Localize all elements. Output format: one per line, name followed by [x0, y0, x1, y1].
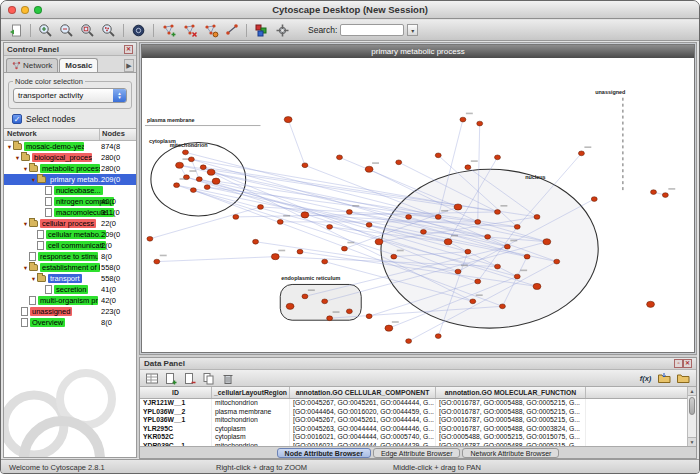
column-header-region[interactable]: _cellularLayoutRegion [212, 387, 290, 398]
zoom-actual-size-icon[interactable] [129, 22, 148, 39]
tree-row[interactable]: ▼primary metab...209(0 [4, 174, 136, 185]
network-node[interactable] [188, 157, 194, 162]
network-node[interactable] [455, 269, 461, 274]
tab-node-attribute-browser[interactable]: Node Attribute Browser [277, 448, 371, 458]
tab-network[interactable]: Network [6, 58, 58, 72]
network-node[interactable] [406, 339, 412, 344]
network-node[interactable] [534, 215, 540, 220]
table-row[interactable]: YPL036W__2plasma membrane[GO:0044464, GO… [140, 408, 696, 417]
network-node[interactable] [495, 210, 501, 215]
network-node[interactable] [154, 259, 160, 264]
network-node[interactable] [366, 222, 372, 227]
tree-row[interactable]: response to stimul...8(0 [4, 251, 136, 262]
network-node[interactable] [301, 212, 309, 218]
tree-row[interactable]: ▼transport558(0 [4, 273, 136, 284]
network-node[interactable] [147, 236, 153, 241]
network-node[interactable] [277, 220, 283, 225]
node-color-dropdown[interactable]: transporter activity ▲▼ [13, 88, 127, 103]
network-node[interactable] [322, 299, 328, 304]
network-node[interactable] [662, 193, 668, 198]
tree-row[interactable]: nucleobase... [4, 185, 136, 196]
new-attribute-icon[interactable] [162, 371, 179, 385]
table-row[interactable]: YDR039C__1mitochondrion[GO:0016021, GO:0… [140, 442, 696, 446]
expand-arrow-icon[interactable]: ▼ [30, 177, 37, 183]
tab-mosaic[interactable]: Mosaic [59, 58, 98, 72]
network-node[interactable] [495, 264, 501, 269]
network-node[interactable] [460, 117, 466, 122]
column-header-id[interactable]: ID [140, 387, 212, 398]
zoom-out-icon[interactable] [57, 22, 76, 39]
network-window-titlebar[interactable]: primary metabolic process [142, 45, 694, 58]
tab-network-attribute-browser[interactable]: Network Attribute Browser [462, 448, 559, 458]
network-node[interactable] [200, 165, 206, 170]
expand-arrow-icon[interactable]: ▼ [6, 144, 13, 150]
network-node[interactable] [514, 274, 520, 279]
network-node[interactable] [346, 309, 352, 314]
table-row[interactable]: YPL036W__1mitochondrion[GO:0045267, GO:0… [140, 416, 696, 425]
tab-edge-attribute-browser[interactable]: Edge Attribute Browser [373, 448, 461, 458]
expand-arrow-icon[interactable]: ▼ [22, 166, 29, 172]
attribute-select-icon[interactable] [143, 371, 160, 385]
document-icon[interactable] [6, 22, 25, 39]
minimize-button[interactable] [21, 6, 29, 14]
table-row[interactable]: YKR052Ccytoplasm[GO:0016021, GO:0044444,… [140, 433, 696, 442]
column-header-molecular-function[interactable]: annotation.GO MOLECULAR_FUNCTION [436, 387, 586, 398]
titlebar[interactable]: Cytoscape Desktop (New Session) [1, 1, 699, 19]
network-edge[interactable] [288, 120, 305, 166]
network-node[interactable] [327, 224, 333, 229]
network-node[interactable] [341, 246, 347, 251]
network-node[interactable] [465, 165, 471, 170]
network-node[interactable] [406, 215, 412, 220]
network-node[interactable] [302, 163, 308, 168]
import-attributes-icon[interactable] [656, 371, 673, 385]
network-node[interactable] [435, 153, 441, 158]
add-edge-icon[interactable] [222, 22, 241, 39]
network-node[interactable] [253, 239, 259, 244]
network-node[interactable] [286, 303, 294, 309]
network-node[interactable] [337, 155, 343, 160]
scroll-up-icon[interactable]: ▲ [688, 387, 696, 396]
scrollbar-thumb[interactable] [689, 397, 695, 415]
network-node[interactable] [578, 151, 584, 156]
expand-arrow-icon[interactable]: ▼ [30, 276, 37, 282]
network-node[interactable] [504, 244, 510, 249]
tree-column-network[interactable]: Network [4, 129, 100, 140]
network-node[interactable] [420, 229, 426, 234]
network-node[interactable] [212, 178, 220, 184]
destroy-network-icon[interactable] [180, 22, 199, 39]
zoom-selected-icon[interactable] [99, 22, 118, 39]
network-node[interactable] [365, 166, 373, 172]
tree-row[interactable]: ▼establishment of lo...558(0 [4, 262, 136, 273]
network-node[interactable] [475, 279, 481, 284]
network-node[interactable] [204, 185, 210, 190]
network-node[interactable] [391, 254, 397, 259]
tree-row[interactable]: ▼metabolic process280(0 [4, 163, 136, 174]
network-node[interactable] [465, 249, 471, 254]
search-input[interactable] [340, 24, 404, 36]
zoom-window-button[interactable] [34, 6, 42, 14]
zoom-fit-icon[interactable] [78, 22, 97, 39]
tree-row[interactable]: Overview8(0 [4, 317, 136, 328]
tree-row[interactable]: ▼biological_process280(0 [4, 152, 136, 163]
network-node[interactable] [302, 294, 308, 299]
new-network-icon[interactable] [159, 22, 178, 39]
trash-icon[interactable] [219, 371, 236, 385]
close-button[interactable] [8, 6, 16, 14]
tree-column-nodes[interactable]: Nodes [100, 129, 136, 140]
delete-attribute-icon[interactable] [181, 371, 198, 385]
network-node[interactable] [524, 254, 530, 259]
function-builder-icon[interactable]: f(x) [637, 371, 654, 385]
network-node[interactable] [346, 210, 352, 215]
table-row[interactable]: YJR121W__1mitochondrion[GO:0045267, GO:0… [140, 399, 696, 408]
network-node[interactable] [454, 204, 462, 210]
network-node[interactable] [207, 169, 215, 175]
float-data-panel-icon[interactable]: ▫ [674, 359, 683, 368]
select-nodes-checkbox[interactable]: ✓ [12, 114, 22, 124]
tab-scroll-right-icon[interactable]: ▶ [124, 59, 134, 72]
plugin-manager-icon[interactable] [273, 22, 292, 39]
tree-row[interactable]: unassigned223(0 [4, 306, 136, 317]
table-row[interactable]: YLR295Ccytoplasm[GO:0045263, GO:0044444,… [140, 425, 696, 434]
add-node-icon[interactable] [201, 22, 220, 39]
network-node[interactable] [258, 205, 264, 210]
network-node[interactable] [543, 239, 551, 245]
